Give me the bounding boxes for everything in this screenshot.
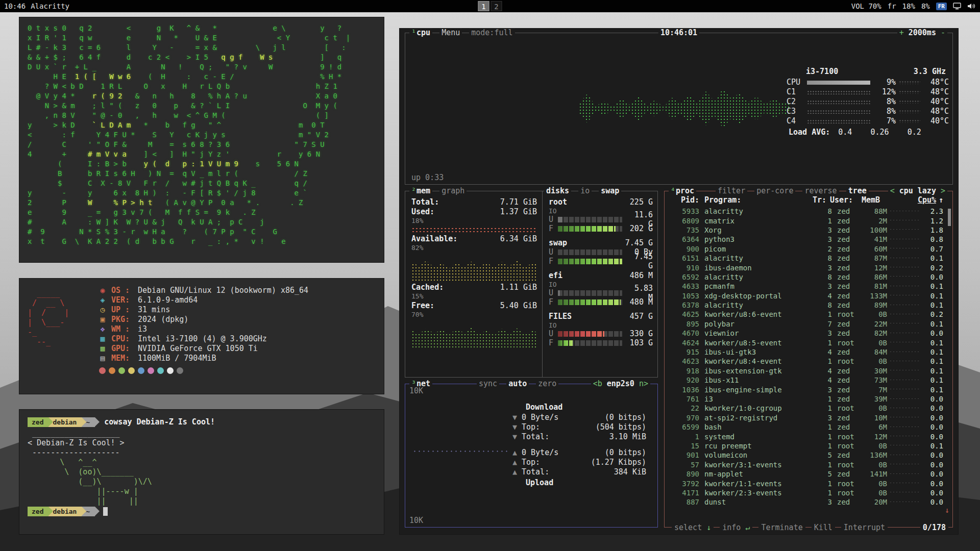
- process-row[interactable]: 57 kworker/3:1-events 1 root 0B 0.0: [670, 460, 943, 469]
- disk-free-label: F: [549, 338, 555, 347]
- net-device-prev-button[interactable]: <b: [593, 379, 602, 388]
- mode-toggle[interactable]: mode:full: [469, 28, 514, 37]
- terminal-cmatrix[interactable]: 0 t x s 0 q 2 < g K ^ & * e \ y ? x I R …: [19, 17, 384, 263]
- process-row[interactable]: 735 Xorg 3 zed 100M 1.8: [670, 226, 943, 235]
- process-row[interactable]: 918 ibus-extension-gtk 4 zed 30M 0.1: [670, 366, 943, 375]
- speaker-icon[interactable]: [967, 3, 976, 10]
- process-row[interactable]: 6378 alacritty 8 zed 89M 0.1: [670, 300, 943, 310]
- process-cpu-percent: 0.1: [923, 339, 943, 347]
- process-memory: 81M: [862, 282, 887, 290]
- process-row[interactable]: 4633 pcmanfm 3 zed 81M 0.1: [670, 282, 943, 291]
- header-user[interactable]: User:: [825, 195, 854, 205]
- process-row[interactable]: 887 dunst 3 zed 20M 0.0: [670, 497, 943, 507]
- process-row[interactable]: 5933 alacritty 8 zed 88M 2.3: [670, 207, 943, 216]
- proc-action-button[interactable]: select ↓: [672, 523, 714, 532]
- proc-option[interactable]: per-core: [754, 186, 795, 195]
- core-temperature: 48°C: [923, 87, 949, 97]
- process-cpu-percent: 0.1: [923, 357, 943, 365]
- mem-tab[interactable]: ²mem: [409, 186, 432, 195]
- sysinfo-label: UP :: [111, 305, 134, 315]
- memory-panel: ²mem graph disks io swap Total: 7.71 GiB: [405, 191, 658, 378]
- net-option[interactable]: sync: [477, 379, 499, 388]
- sort-direction-icon[interactable]: ↑: [936, 195, 943, 205]
- memory-stat: Available: 6.34 GiB 82%: [411, 234, 537, 281]
- proc-action-button[interactable]: info ↵: [720, 523, 752, 532]
- net-option[interactable]: zero: [536, 379, 558, 388]
- header-threads[interactable]: Tr:: [813, 195, 825, 205]
- workspace-button[interactable]: 2: [491, 1, 502, 11]
- process-row[interactable]: 4624 kworker/u8:5-event 1 root 0B 0.1: [670, 338, 943, 347]
- menu-button[interactable]: Menu: [439, 28, 462, 37]
- terminal-cowsay[interactable]: zed debian ~ cowsay Debian-Z Is Cool! __…: [19, 409, 384, 535]
- process-row[interactable]: 4171 kworker/2:3-events 1 root 0B 0.0: [670, 488, 943, 497]
- process-threads: 7: [820, 320, 832, 328]
- process-row[interactable]: 915 ibus-ui-gtk3 4 zed 84M 0.1: [670, 347, 943, 357]
- process-memory: 0B: [862, 442, 887, 450]
- process-scrollbar[interactable]: [948, 209, 951, 226]
- interval-increase-button[interactable]: +: [899, 28, 904, 37]
- net-device-next-button[interactable]: n>: [639, 379, 648, 388]
- header-cpu[interactable]: Cpu%: [916, 195, 936, 205]
- proc-tab[interactable]: ⁴proc: [669, 186, 696, 195]
- cpu-tab[interactable]: ¹cpu: [409, 28, 432, 37]
- process-row[interactable]: 22 kworker/1:0-cgroup 1 root 0B 0.0: [670, 404, 943, 413]
- process-row[interactable]: 6592 alacritty 8 zed 86M 0.0: [670, 272, 943, 282]
- process-row[interactable]: 900 picom 2 zed 60M 0.7: [670, 244, 943, 254]
- terminal-fastfetch[interactable]: _____ / __ \ | / | | \___- -_ --_ ◉ OS :…: [19, 278, 384, 394]
- process-threads: 1: [820, 423, 832, 431]
- process-cpu-percent: 0.7: [923, 245, 943, 253]
- process-row[interactable]: 4623 kworker/u8:4-event 1 root 0B 0.1: [670, 357, 943, 366]
- process-row[interactable]: 1 systemd 1 root 12M 0.0: [670, 432, 943, 441]
- proc-action-button[interactable]: Interrupt: [841, 523, 888, 532]
- process-row[interactable]: 6599 bash 1 zed 6M 0.0: [670, 422, 943, 432]
- process-memory: 86M: [862, 273, 887, 281]
- process-row[interactable]: 890 nm-applet 5 zed 141M 0.0: [670, 469, 943, 479]
- process-row[interactable]: 761 i3 1 zed 39M 0.0: [670, 394, 943, 404]
- header-program[interactable]: Program:: [699, 195, 813, 205]
- mem-graph-toggle[interactable]: graph: [439, 186, 467, 195]
- process-row[interactable]: 6364 python3 3 zed 41M 0.8: [670, 235, 943, 244]
- process-threads: 1: [820, 461, 832, 469]
- process-row[interactable]: 3792 kworker/1:1-events 1 root 0B 0.0: [670, 479, 943, 488]
- sort-prev-button[interactable]: <: [890, 186, 895, 195]
- interval-decrease-button[interactable]: -: [941, 28, 945, 37]
- process-row[interactable]: 4625 kworker/u8:6-event 1 root 0B 0.2: [670, 310, 943, 319]
- proc-action-button[interactable]: Kill: [812, 523, 835, 532]
- net-option[interactable]: auto: [506, 379, 529, 388]
- process-row[interactable]: 1053 xdg-desktop-portal 4 zed 133M 0.1: [670, 291, 943, 300]
- process-row[interactable]: 6809 cmatrix 1 zed 2M 1.2: [670, 216, 943, 225]
- proc-option[interactable]: reverse: [802, 186, 839, 195]
- process-threads: 5: [820, 451, 832, 459]
- process-row[interactable]: 970 at-spi2-registryd 3 zed 10M 0.0: [670, 413, 943, 422]
- process-memory: 10M: [862, 414, 887, 422]
- proc-action-button[interactable]: Terminate: [758, 523, 805, 532]
- download-arrow-icon: ▼: [512, 413, 522, 422]
- proc-option[interactable]: filter: [716, 186, 747, 195]
- header-memory[interactable]: MemB: [854, 195, 880, 205]
- process-row[interactable]: 895 polybar 7 zed 22M 0.1: [670, 319, 943, 329]
- process-name: polybar: [699, 320, 820, 328]
- sort-selector[interactable]: cpu lazy: [899, 186, 936, 195]
- scroll-down-icon[interactable]: ↓: [945, 506, 949, 515]
- shell-prompt-active[interactable]: zed debian ~: [28, 506, 376, 517]
- process-cpu-graph: [889, 369, 921, 372]
- core-meter: [807, 110, 870, 114]
- process-memory: 12M: [862, 433, 887, 441]
- process-row[interactable]: 910 ibus-daemon 3 zed 12M 0.2: [670, 263, 943, 272]
- terminal-btop[interactable]: ¹cpu Menu mode:full 10:46:01 + 2000ms - …: [399, 28, 959, 535]
- process-row[interactable]: 901 volumeicon 5 zed 136M 0.0: [670, 450, 943, 460]
- terminal-cursor[interactable]: [103, 507, 108, 516]
- workspace-button[interactable]: 1: [478, 1, 489, 11]
- disk-size: 7.45 G: [625, 238, 653, 247]
- process-row[interactable]: 920 ibus-x11 4 zed 73M 0.1: [670, 375, 943, 385]
- sort-next-button[interactable]: >: [941, 186, 945, 195]
- net-row-value: (1.27 Kibps): [591, 458, 646, 467]
- process-row[interactable]: 4670 viewnior 3 zed 82M 0.0: [670, 329, 943, 338]
- process-row[interactable]: 6151 alacritty 8 zed 87M 0.1: [670, 254, 943, 263]
- proc-option[interactable]: tree: [846, 186, 869, 195]
- process-row[interactable]: 1036 ibus-engine-simple 3 zed 7M 0.1: [670, 385, 943, 394]
- header-pid[interactable]: Pid:: [670, 195, 699, 205]
- language-badge[interactable]: FR: [936, 3, 947, 10]
- core-temp-graph: [899, 119, 920, 123]
- process-row[interactable]: 15 rcu_preempt 1 root 0B 0.1: [670, 441, 943, 450]
